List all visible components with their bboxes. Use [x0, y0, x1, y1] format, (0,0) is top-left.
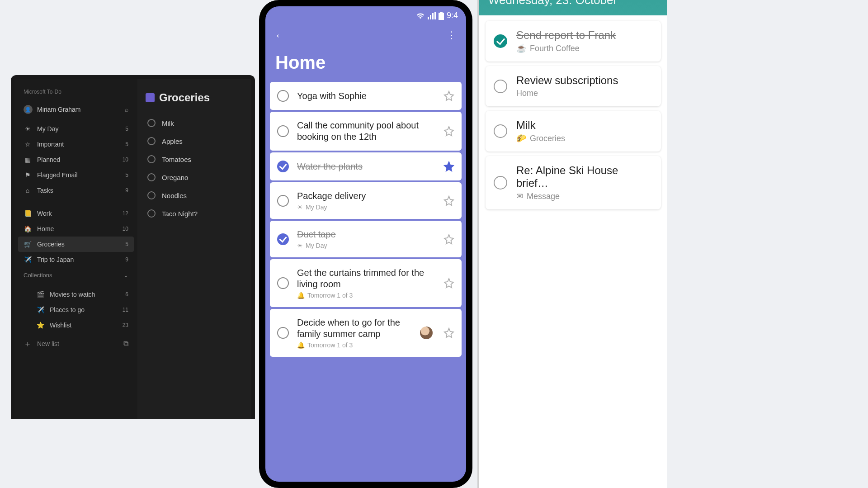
- plus-icon: ＋: [24, 338, 32, 349]
- task-checkbox[interactable]: [494, 124, 507, 138]
- sub-icon: 🔔: [297, 341, 305, 349]
- new-group-icon[interactable]: ⧉: [123, 340, 128, 348]
- task-checkbox[interactable]: [277, 195, 289, 207]
- task-row[interactable]: Review subscriptionsHome: [486, 66, 661, 106]
- sidebar-item-movies-to-watch[interactable]: 🎬Movies to watch6: [31, 287, 134, 302]
- sidebar-item-places-to-go[interactable]: ✈️Places to go11: [31, 302, 134, 317]
- task-checkbox[interactable]: [147, 137, 156, 145]
- task-subtext: ✉Message: [516, 191, 653, 201]
- star-button[interactable]: [443, 90, 454, 101]
- sidebar-item-count: 9: [118, 256, 128, 263]
- task-row[interactable]: Send report to Frank☕Fourth Coffee: [486, 21, 661, 62]
- sidebar-item-count: 5: [118, 141, 128, 147]
- task-checkbox[interactable]: [277, 90, 289, 102]
- task-subtext: ☕Fourth Coffee: [516, 43, 653, 53]
- task-row[interactable]: Milk🌮Groceries: [486, 111, 661, 152]
- task-checkbox[interactable]: [147, 191, 156, 199]
- sidebar-item-planned[interactable]: ▦Planned10: [18, 152, 134, 167]
- task-row[interactable]: Oregano: [146, 168, 243, 186]
- sidebar-item-trip-to-japan[interactable]: ✈️Trip to Japan9: [18, 252, 134, 267]
- sub-icon: ☀: [297, 204, 303, 211]
- wifi-icon: [416, 12, 425, 19]
- task-text: Call the community pool about booking on…: [297, 120, 435, 142]
- task-text: Noodles: [162, 192, 187, 199]
- divider: [18, 202, 134, 202]
- task-text: Oregano: [162, 174, 188, 181]
- list-icon: ✈️: [24, 256, 32, 263]
- star-button[interactable]: [443, 327, 454, 338]
- desktop-sidebar: Microsoft To-Do 👤 Miriam Graham ⌕ ☀My Da…: [14, 79, 137, 419]
- more-button[interactable]: ⋯: [446, 30, 458, 41]
- task-text: Yoga with Sophie: [297, 90, 435, 102]
- sub-icon: 🌮: [516, 133, 526, 143]
- task-checkbox[interactable]: [277, 327, 289, 339]
- sidebar-item-count: 10: [118, 156, 128, 163]
- star-button[interactable]: [443, 195, 454, 206]
- task-text: Taco Night?: [162, 210, 198, 218]
- new-list-row[interactable]: ＋ New list ⧉: [18, 333, 134, 355]
- collections-label: Collections: [24, 272, 123, 279]
- star-button[interactable]: [443, 234, 454, 245]
- back-button[interactable]: ←: [274, 28, 286, 43]
- sidebar-item-important[interactable]: ☆Important5: [18, 137, 134, 152]
- task-row[interactable]: Apples: [146, 132, 243, 150]
- sidebar-item-flagged-email[interactable]: ⚑Flagged Email5: [18, 167, 134, 183]
- task-text: Tomatoes: [162, 156, 191, 163]
- task-row[interactable]: Call the community pool about booking on…: [270, 112, 462, 151]
- task-text: Re: Alpine Ski House brief…: [516, 164, 653, 190]
- sidebar-item-groceries[interactable]: 🛒Groceries5: [18, 237, 134, 252]
- task-subtext: ☀My Day: [297, 204, 435, 211]
- task-subtext: 🔔Tomorrow 1 of 3: [297, 341, 412, 349]
- list-icon: ⭐: [36, 322, 44, 329]
- sidebar-item-tasks[interactable]: ⌂Tasks9: [18, 183, 134, 198]
- background-image: [479, 199, 667, 488]
- task-row[interactable]: Water the plants: [270, 152, 462, 180]
- sidebar-item-label: Wishlist: [50, 322, 112, 329]
- task-row[interactable]: Taco Night?: [146, 204, 243, 223]
- task-checkbox[interactable]: [494, 176, 507, 190]
- task-checkbox[interactable]: [277, 125, 289, 137]
- task-checkbox[interactable]: [147, 173, 156, 181]
- sidebar-item-work[interactable]: 📒Work12: [18, 206, 134, 221]
- task-checkbox[interactable]: [494, 34, 507, 48]
- sidebar-item-label: Flagged Email: [37, 171, 112, 179]
- task-checkbox[interactable]: [147, 209, 156, 218]
- collections-header[interactable]: Collections ⌄: [18, 267, 134, 283]
- user-row[interactable]: 👤 Miriam Graham ⌕: [18, 101, 134, 118]
- task-checkbox[interactable]: [277, 233, 289, 245]
- sidebar-item-wishlist[interactable]: ⭐Wishlist23: [31, 317, 134, 333]
- star-button[interactable]: [443, 161, 454, 172]
- task-row[interactable]: Decide when to go for the family summer …: [270, 309, 462, 357]
- list-icon: ✈️: [36, 306, 44, 313]
- task-row[interactable]: Duct tape☀My Day: [270, 221, 462, 257]
- avatar: 👤: [24, 105, 33, 114]
- task-text: Package delivery: [297, 190, 435, 202]
- task-row[interactable]: Get the curtains trimmed for the living …: [270, 259, 462, 307]
- chevron-down-icon: ⌄: [123, 272, 128, 279]
- sidebar-item-home[interactable]: 🏠Home10: [18, 221, 134, 237]
- star-button[interactable]: [443, 278, 454, 289]
- task-text: Review subscriptions: [516, 74, 653, 87]
- task-row[interactable]: Noodles: [146, 186, 243, 204]
- list-icon: ⚑: [24, 171, 32, 179]
- task-row[interactable]: Yoga with Sophie: [270, 82, 462, 110]
- task-text: Milk: [516, 119, 653, 132]
- task-row[interactable]: Re: Alpine Ski House brief…✉Message: [486, 156, 661, 209]
- task-text: Water the plants: [297, 161, 435, 172]
- task-checkbox[interactable]: [277, 277, 289, 289]
- task-checkbox[interactable]: [494, 80, 507, 93]
- sidebar-item-count: 11: [118, 307, 128, 313]
- task-checkbox[interactable]: [147, 119, 156, 127]
- list-icon: ☀: [24, 125, 32, 133]
- task-checkbox[interactable]: [147, 155, 156, 163]
- list-icon: ☆: [24, 141, 32, 148]
- phone-frame-1: 9:4 ← ⋯ Home Yoga with SophieCall the co…: [259, 0, 472, 488]
- task-checkbox[interactable]: [277, 161, 289, 172]
- task-row[interactable]: Milk: [146, 114, 243, 132]
- star-button[interactable]: [443, 126, 454, 137]
- sidebar-item-label: Groceries: [37, 241, 112, 248]
- task-row[interactable]: Tomatoes: [146, 150, 243, 168]
- task-row[interactable]: Package delivery☀My Day: [270, 182, 462, 219]
- sidebar-item-my-day[interactable]: ☀My Day5: [18, 121, 134, 137]
- search-icon[interactable]: ⌕: [125, 106, 128, 113]
